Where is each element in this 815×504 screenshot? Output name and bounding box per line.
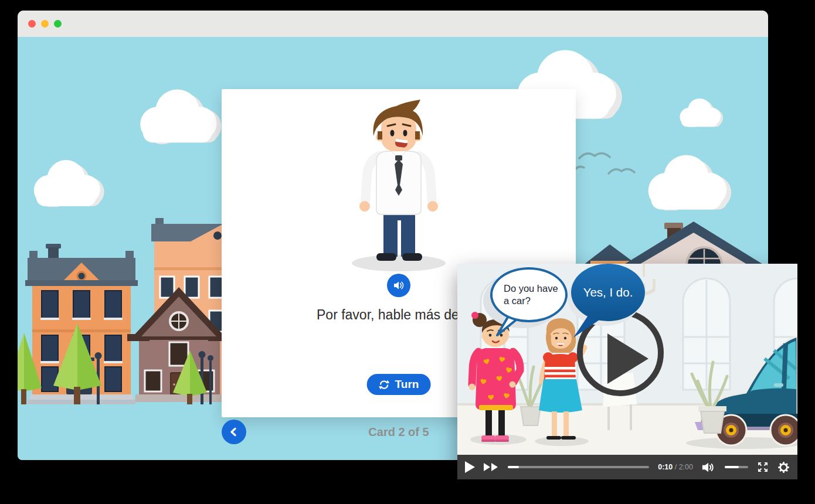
time-separator: / [673, 463, 678, 471]
settings-button[interactable] [777, 461, 790, 474]
refresh-icon [379, 379, 390, 390]
cloud [130, 78, 226, 149]
video-time: 0:10 / 2:00 [658, 463, 693, 471]
gear-icon [777, 461, 790, 474]
fast-forward-icon [484, 463, 499, 471]
city-buildings-illustration [18, 211, 237, 404]
cloud [19, 155, 115, 207]
play-button[interactable] [465, 461, 475, 473]
birds-illustration [575, 145, 657, 178]
window-titlebar [18, 11, 768, 38]
minimize-button[interactable] [41, 20, 49, 28]
speaker-icon [391, 278, 406, 293]
video-player: Do you have a car? Yes, I do. 0:10 / 2:0… [457, 264, 797, 479]
fullscreen-button[interactable] [757, 461, 769, 473]
turn-button[interactable]: Turn [367, 374, 431, 395]
video-controls: 0:10 / 2:00 [457, 455, 797, 479]
fullscreen-icon [757, 461, 769, 473]
current-time: 0:10 [658, 463, 673, 471]
audio-button[interactable] [387, 274, 410, 297]
screenshot-root: Por favor, hable más despa Turn Card 2 o [0, 0, 815, 504]
turn-button-label: Turn [395, 378, 419, 391]
bubble-answer-text: Yes, I do. [583, 285, 633, 299]
house-illustration [583, 220, 768, 265]
volume-button[interactable] [702, 462, 716, 473]
speech-bubble-question: Do you have a car? [490, 267, 568, 322]
cloud [670, 96, 731, 127]
bubble-question-line2: a car? [504, 295, 531, 307]
volume-slider[interactable] [725, 466, 748, 468]
duration: 2:00 [679, 463, 693, 471]
man-illustration [346, 97, 451, 273]
bubble-question-line1: Do you have [504, 282, 558, 295]
video-screen: Do you have a car? Yes, I do. [457, 264, 797, 455]
zoom-button[interactable] [54, 20, 62, 28]
play-icon [465, 461, 475, 473]
video-progress-fill [508, 466, 519, 468]
video-progress-bar[interactable] [508, 466, 649, 468]
volume-fill [725, 466, 739, 468]
fast-forward-button[interactable] [484, 463, 499, 471]
speech-bubble-answer: Yes, I do. [571, 264, 645, 321]
close-button[interactable] [28, 20, 36, 28]
play-icon [607, 333, 648, 384]
volume-icon [702, 462, 716, 473]
